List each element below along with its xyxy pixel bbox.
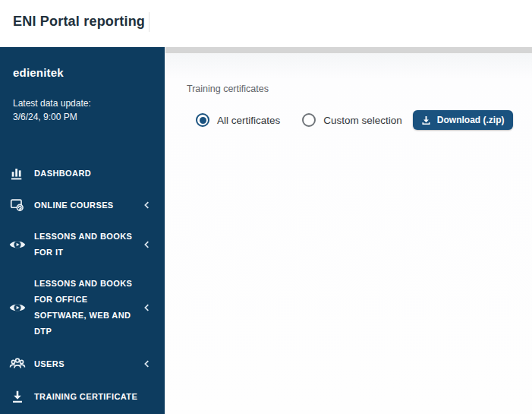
chevron-left-icon[interactable] [142, 302, 157, 313]
eye-play-icon [0, 299, 34, 317]
sidebar-nav: DASHBOARD ONLINE COURSES [0, 157, 165, 412]
app-header: ENI Portal reporting [0, 0, 532, 47]
radio-selected-icon[interactable] [196, 113, 209, 127]
eye-play-icon [0, 235, 34, 254]
sidebar-item-label: LESSONS AND BOOKS FOR OFFICE SOFTWARE, W… [34, 276, 141, 340]
sidebar-item-training-certificate[interactable]: TRAINING CERTIFICATE [0, 381, 165, 412]
download-icon [0, 388, 34, 405]
sidebar-item-label: LESSONS AND BOOKS FOR IT [34, 229, 141, 261]
sidebar-item-label: TRAINING CERTIFICATE [34, 389, 141, 405]
download-zip-button-label: Download (.zip) [437, 115, 505, 125]
chevron-left-icon[interactable] [142, 239, 157, 250]
latest-data-update: Latest data update: 3/6/24, 9:00 PM [0, 96, 165, 124]
radio-unselected-icon[interactable] [302, 113, 316, 127]
bar-chart-icon [0, 165, 34, 182]
sidebar-item-dashboard[interactable]: DASHBOARD [0, 157, 165, 189]
section-label: Training certificates [187, 84, 269, 94]
radio-all-certificates-label: All certificates [217, 115, 280, 126]
download-tray-icon [420, 115, 432, 126]
content-top-strip [165, 47, 532, 53]
app-title: ENI Portal reporting [13, 14, 145, 30]
sidebar-item-label: USERS [34, 356, 141, 372]
users-icon [0, 355, 34, 373]
radio-custom-selection-label: Custom selection [323, 115, 402, 126]
brand-name: edienitek [0, 66, 165, 79]
certificates-controls: All certificates Custom selection Downlo… [196, 110, 513, 130]
sidebar-item-users[interactable]: USERS [0, 347, 165, 381]
sidebar-item-lessons-books-it[interactable]: LESSONS AND BOOKS FOR IT [0, 221, 165, 268]
sidebar-item-online-courses[interactable]: ONLINE COURSES [0, 189, 165, 221]
download-zip-button[interactable]: Download (.zip) [413, 110, 514, 130]
latest-data-update-label: Latest data update: [13, 96, 165, 110]
latest-data-update-value: 3/6/24, 9:00 PM [13, 110, 165, 124]
radio-custom-selection[interactable]: Custom selection [302, 113, 402, 127]
chevron-left-icon[interactable] [142, 359, 157, 369]
courses-window-icon [0, 197, 34, 213]
main-content: Training certificates All certificates C… [165, 47, 532, 414]
sidebar-item-label: DASHBOARD [34, 166, 141, 182]
header-divider [149, 12, 150, 32]
sidebar: edienitek Latest data update: 3/6/24, 9:… [0, 47, 165, 414]
sidebar-item-lessons-books-office[interactable]: LESSONS AND BOOKS FOR OFFICE SOFTWARE, W… [0, 268, 165, 347]
sidebar-item-label: ONLINE COURSES [34, 198, 141, 213]
chevron-left-icon[interactable] [142, 200, 157, 210]
radio-all-certificates[interactable]: All certificates [196, 113, 280, 127]
